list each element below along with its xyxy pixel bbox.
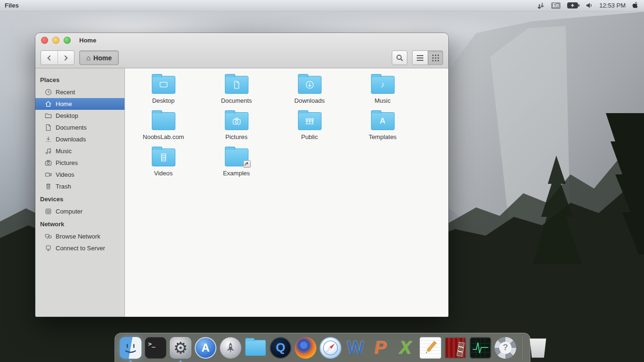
page-emblem-icon [225,76,248,93]
finder-icon[interactable] [120,337,141,359]
file-templates[interactable]: A Templates [346,108,419,145]
folder-icon [44,112,52,120]
nav-buttons [41,50,74,65]
activity-monitor-icon[interactable] [470,337,491,359]
sidebar-item-desktop[interactable]: Desktop [35,110,124,122]
network-arrows-icon[interactable] [537,2,545,9]
textedit-icon[interactable] [420,337,441,359]
file-public[interactable]: Public [273,108,346,145]
folder-icon [152,76,175,94]
folder-icon: A [371,112,395,130]
word-icon[interactable]: W [345,337,366,359]
clock[interactable]: 12:53 PM [599,2,626,9]
powerpoint-glyph: P [374,339,386,357]
sidebar-item-label: Connect to Server [56,245,105,252]
sidebar-item-label: Browse Network [56,233,100,240]
file-label: Templates [369,133,396,140]
running-indicator [180,361,182,362]
safari-icon[interactable] [320,337,341,359]
folder-icon [225,148,248,166]
sidebar-item-label: Downloads [56,136,86,143]
sidebar-item-browse-network[interactable]: Browse Network [35,230,124,242]
file-desktop[interactable]: Desktop [127,72,200,108]
quicktime-glyph: Q [276,340,285,355]
quicktime-icon[interactable]: Q [270,337,291,359]
file-videos[interactable]: Videos [127,145,200,181]
folder-icon [225,112,248,130]
file-label: Pictures [225,133,248,140]
file-documents[interactable]: Documents [200,72,273,108]
powerpoint-icon[interactable]: P [370,337,391,359]
folder-icon [152,112,175,130]
terminal-icon[interactable]: >_ [145,337,166,359]
clock-icon [44,89,52,96]
back-button[interactable] [41,51,58,65]
file-examples[interactable]: Examples [200,145,273,181]
launchpad-icon[interactable] [220,337,241,359]
running-indicator [130,361,132,362]
folder-shape [245,340,266,356]
file-music[interactable]: ♪ Music [346,72,419,108]
window-controls [41,37,71,44]
breadcrumb-home-button[interactable]: ⌂ Home [79,50,119,65]
sidebar-item-music[interactable]: Music [35,145,124,157]
sidebar-item-videos[interactable]: Videos [35,169,124,181]
titlebar[interactable]: Home [35,33,448,48]
excel-glyph: X [399,339,411,357]
search-button[interactable] [392,50,407,65]
file-noobslab[interactable]: NoobsLab.com [127,108,200,145]
list-view-button[interactable] [412,50,428,65]
music-note-emblem-icon: ♪ [372,76,394,93]
sidebar-item-pictures[interactable]: Pictures [35,157,124,169]
file-label: Public [301,133,318,140]
keyboard-layout-indicator[interactable]: En [551,2,561,9]
sidebar-item-home[interactable]: Home [35,98,124,110]
sidebar-item-trash[interactable]: Trash [35,181,124,192]
pencil-icon [421,338,440,357]
sidebar-item-label: Recent [56,89,75,96]
file-label: Documents [221,97,252,104]
help-icon[interactable]: ? [495,337,516,359]
trash-icon [44,183,52,190]
view-toggle [412,50,443,65]
sidebar-item-label: Computer [56,208,83,215]
grid-view-button[interactable] [428,50,443,65]
file-view[interactable]: Desktop Documents Downloads ♪ [125,68,448,317]
sidebar-item-downloads[interactable]: Downloads [35,133,124,145]
apple-menu-icon[interactable] [632,1,639,9]
sidebar-item-documents[interactable]: Documents [35,122,124,133]
photo-booth-icon[interactable] [445,337,466,359]
excel-icon[interactable]: X [395,337,416,359]
sidebar-header-places: Places [35,73,124,86]
volume-icon[interactable] [586,2,593,8]
system-preferences-icon[interactable]: ⚙ [170,337,191,359]
forward-button[interactable] [58,51,74,65]
sidebar-item-connect-to-server[interactable]: Connect to Server [35,242,124,254]
dock: >_ ⚙ A Q W P [115,333,530,362]
file-downloads[interactable]: Downloads [273,72,346,108]
file-label: NoobsLab.com [143,133,184,140]
minimize-button[interactable] [52,37,59,44]
menubar-app-name[interactable]: Files [5,2,19,9]
maximize-button[interactable] [64,37,71,44]
file-grid: Desktop Documents Downloads ♪ [125,68,448,181]
dock-folder-icon[interactable] [245,337,266,359]
firefox-icon[interactable] [295,337,316,359]
battery-icon[interactable] [567,2,579,8]
camera-emblem-icon [225,113,248,130]
sidebar-item-recent[interactable]: Recent [35,86,124,98]
close-button[interactable] [41,37,48,44]
toolbar: ⌂ Home [35,48,448,68]
app-store-icon[interactable]: A [195,337,216,359]
sidebar-item-computer[interactable]: Computer [35,206,124,217]
list-view-icon [417,55,423,61]
help-glyph: ? [499,342,512,354]
folder-icon [152,148,175,166]
sidebar-item-label: Music [56,148,72,155]
search-icon [396,54,404,62]
rocket-icon [224,342,237,354]
music-icon [44,148,52,155]
file-pictures[interactable]: Pictures [200,108,273,145]
sidebar-item-label: Trash [56,183,71,190]
window-header: Home ⌂ Home [35,33,448,68]
